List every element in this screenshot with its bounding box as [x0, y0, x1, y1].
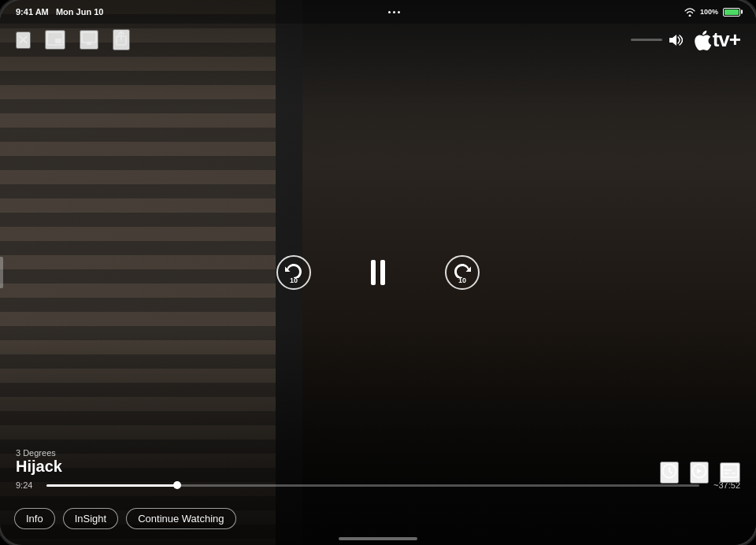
audio-button[interactable] [690, 462, 709, 484]
apple-logo-icon [694, 30, 711, 50]
progress-bar[interactable] [46, 484, 699, 487]
bottom-right-icons [660, 462, 740, 484]
apple-tv-logo: tv+ [694, 28, 740, 52]
skip-forward-label: 10 [458, 276, 466, 284]
top-left-controls: ✕ [16, 29, 130, 50]
volume-control [631, 33, 683, 47]
skip-back-button[interactable]: 10 [276, 255, 311, 290]
subtitles-icon [721, 464, 739, 478]
subtitles-button[interactable] [720, 462, 740, 483]
volume-bar [631, 39, 662, 41]
wifi-icon [684, 8, 695, 17]
chapters-icon [662, 463, 677, 479]
airplay-button[interactable] [80, 30, 98, 50]
status-right: 100% [684, 8, 740, 17]
pause-bar-right [380, 260, 385, 285]
share-icon [114, 31, 128, 46]
pause-bar-left [371, 260, 376, 285]
top-controls: ✕ [0, 28, 756, 52]
status-dot-2 [393, 11, 395, 13]
action-buttons: Info InSight Continue Watching [14, 508, 236, 529]
show-title: Hijack [16, 458, 740, 476]
chapters-button[interactable] [660, 462, 679, 484]
info-button[interactable]: Info [14, 508, 55, 529]
skip-forward-icon [453, 261, 472, 278]
close-button[interactable]: ✕ [16, 32, 31, 49]
pause-button[interactable] [358, 253, 398, 292]
status-bar: 9:41 AM Mon Jun 10 100% [0, 0, 756, 24]
progress-fill [46, 484, 177, 487]
side-grabber [0, 257, 3, 288]
status-dot-3 [398, 11, 400, 13]
show-info: 3 Degrees Hijack [16, 448, 740, 476]
skip-back-label: 10 [290, 276, 298, 284]
share-button[interactable] [113, 29, 130, 50]
svg-rect-6 [722, 465, 738, 477]
pause-icon [371, 260, 385, 285]
pip-icon [46, 32, 64, 46]
volume-icon [667, 33, 683, 47]
battery-icon [723, 8, 740, 17]
airplay-icon [81, 32, 97, 46]
ipad-frame: 9:41 AM Mon Jun 10 100% ✕ [0, 0, 756, 545]
skip-back-icon [284, 261, 303, 278]
continue-watching-button[interactable]: Continue Watching [126, 508, 235, 529]
insight-button[interactable]: InSight [63, 508, 118, 529]
show-subtitle: 3 Degrees [16, 448, 740, 458]
progress-dot [173, 481, 181, 489]
svg-rect-1 [55, 39, 61, 43]
skip-forward-button[interactable]: 10 [445, 255, 480, 290]
audio-icon [691, 463, 707, 479]
battery-percent: 100% [700, 8, 718, 16]
current-time: 9:24 [16, 480, 32, 490]
status-dot-1 [388, 11, 391, 13]
status-time: 9:41 AM Mon Jun 10 [16, 7, 103, 17]
battery-fill [724, 9, 739, 15]
bottom-controls: 3 Degrees Hijack 9:24 ~37:52 [0, 448, 756, 490]
pip-button[interactable] [45, 30, 65, 50]
home-indicator [339, 537, 417, 540]
tv-plus-text: tv+ [713, 28, 740, 52]
top-right-controls: tv+ [631, 28, 740, 52]
center-controls: 10 10 [276, 253, 480, 292]
status-dots [388, 11, 400, 13]
